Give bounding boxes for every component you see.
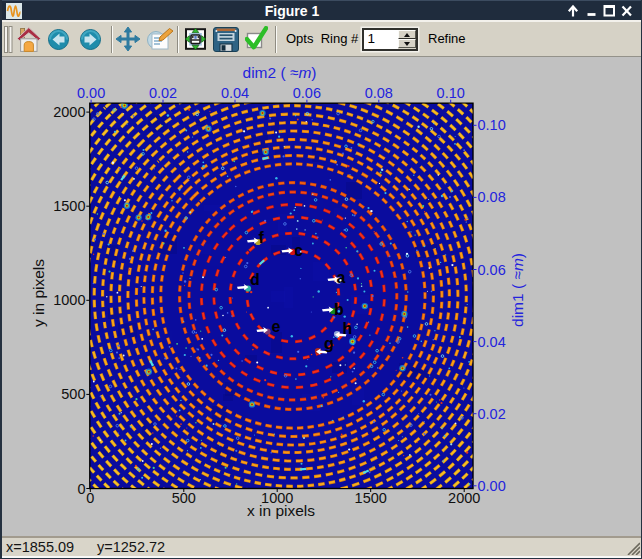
svg-text:c: c	[294, 242, 303, 259]
svg-text:500: 500	[61, 386, 85, 402]
svg-text:0.00: 0.00	[478, 478, 506, 494]
svg-text:d: d	[250, 271, 260, 288]
svg-text:h: h	[343, 320, 353, 337]
svg-text:0.04: 0.04	[221, 85, 249, 101]
svg-text:g: g	[324, 335, 334, 352]
svg-text:1500: 1500	[53, 198, 85, 214]
svg-text:0.08: 0.08	[478, 189, 506, 205]
svg-text:b: b	[334, 301, 344, 318]
svg-text:0: 0	[86, 490, 94, 506]
svg-text:f: f	[259, 229, 265, 246]
svg-text:2000: 2000	[448, 490, 480, 506]
svg-text:e: e	[272, 318, 281, 335]
svg-text:0.02: 0.02	[478, 406, 506, 422]
svg-text:0.04: 0.04	[478, 334, 506, 350]
svg-text:dim2 ( ≈m): dim2 ( ≈m)	[243, 64, 317, 81]
svg-text:1000: 1000	[53, 292, 85, 308]
svg-text:dim1 ( ≈m): dim1 ( ≈m)	[509, 253, 526, 327]
svg-text:0.10: 0.10	[478, 117, 506, 133]
svg-text:500: 500	[172, 490, 196, 506]
svg-text:2000: 2000	[53, 104, 85, 120]
svg-text:1500: 1500	[355, 490, 387, 506]
svg-text:0.02: 0.02	[149, 85, 177, 101]
svg-text:a: a	[337, 269, 346, 286]
svg-text:0.00: 0.00	[77, 85, 105, 101]
svg-text:x in pixels: x in pixels	[247, 502, 315, 519]
svg-text:0.10: 0.10	[437, 85, 465, 101]
svg-text:y in pixels: y in pixels	[30, 259, 47, 327]
svg-text:0: 0	[77, 481, 85, 497]
svg-text:0.06: 0.06	[293, 85, 321, 101]
svg-text:0.06: 0.06	[478, 262, 506, 278]
svg-text:0.08: 0.08	[365, 85, 393, 101]
